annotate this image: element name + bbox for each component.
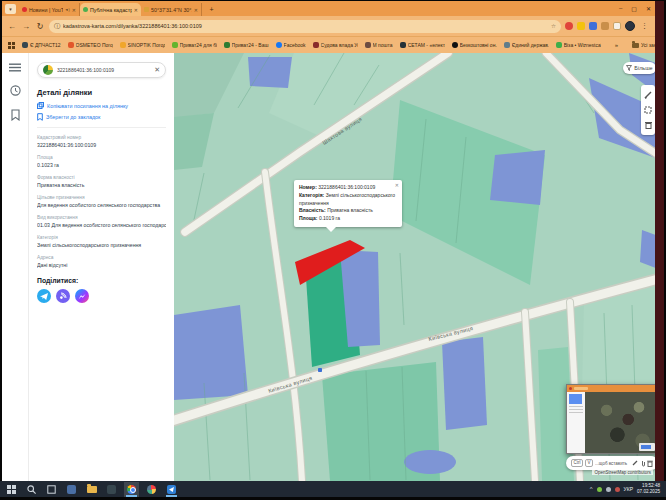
maximize-button[interactable]: ▢ (631, 5, 637, 12)
all-bookmarks-button[interactable]: Усі закладки (632, 42, 655, 48)
favicon-dot (569, 387, 572, 390)
messenger-icon (78, 293, 86, 300)
clock-date: 07.02.2025 (637, 489, 660, 495)
measure-pencil-icon[interactable] (644, 91, 652, 99)
field-address: Адреса Дані відсутні (37, 255, 166, 268)
screenshot-preview[interactable] (566, 384, 655, 454)
favicon (120, 42, 126, 48)
save-bookmark-button[interactable]: Зберегти до закладок (37, 113, 166, 121)
extension-icon[interactable] (589, 22, 597, 30)
back-button[interactable]: ← (7, 22, 17, 31)
bookmarks-overflow-icon[interactable]: » (615, 42, 618, 48)
trash-icon[interactable] (647, 460, 653, 467)
paperclip-icon[interactable] (640, 460, 645, 467)
task-view-button[interactable] (44, 482, 59, 497)
bookmark-item[interactable]: Безкоштовні он... (452, 42, 497, 48)
taskbar-clock[interactable]: 19:52:48 07.02.2025 (637, 483, 660, 494)
preview-side-panel (567, 392, 585, 453)
notification-tray-icon[interactable] (615, 487, 620, 492)
bookmark-item[interactable]: М пошта (365, 42, 393, 48)
forward-button[interactable]: → (21, 22, 31, 31)
bookmark-item[interactable]: Віза • Wiznestca?.. (556, 42, 601, 48)
copy-link-button[interactable]: Копіювати посилання на ділянку (37, 102, 166, 109)
bookmark-item[interactable]: Приват24 - Ваш м... (224, 42, 269, 48)
close-tab-icon[interactable]: ✕ (194, 7, 198, 13)
trash-icon[interactable] (645, 121, 652, 129)
task-view-icon (47, 485, 56, 494)
parcel-blue[interactable] (490, 150, 545, 205)
start-button[interactable] (4, 482, 19, 497)
close-tab-icon[interactable]: ✕ (72, 7, 76, 13)
language-indicator[interactable]: УКР (624, 486, 633, 492)
viber-share-button[interactable] (56, 289, 70, 303)
taskbar-messenger-app[interactable] (164, 482, 179, 497)
tray-expand-icon[interactable]: ^ (590, 486, 593, 492)
bookmark-item[interactable]: OSMETEO Погод... (68, 42, 113, 48)
parcel-blue[interactable] (442, 337, 487, 430)
popup-row: Категорія: Землі сільськогосподарського … (299, 192, 397, 208)
extension-icon[interactable] (613, 22, 621, 30)
favicon (224, 42, 230, 48)
tab-search-button[interactable]: ▾ (5, 4, 16, 14)
maps-icon (144, 7, 149, 12)
taskbar-app[interactable] (104, 482, 119, 497)
preview-window-body (567, 392, 655, 453)
extension-icon[interactable] (577, 22, 585, 30)
bookmark-rail-icon[interactable] (11, 109, 20, 121)
close-popup-icon[interactable]: ✕ (395, 182, 399, 190)
history-clock-icon[interactable] (10, 85, 21, 96)
bookmark-item[interactable]: Є ДПЧАСТ12 (22, 42, 61, 48)
audio-playing-icon[interactable]: ◄) (65, 7, 70, 12)
close-tab-icon[interactable]: ✕ (134, 7, 138, 13)
adblock-extension-icon[interactable] (565, 22, 573, 30)
bookmark-item[interactable]: SINOPTIK Погода в... (120, 42, 165, 48)
minimize-button[interactable]: – (619, 5, 622, 11)
bookmark-item[interactable]: Facebook (276, 42, 306, 48)
apps-grid-icon[interactable] (8, 42, 15, 49)
taskbar-chrome[interactable] (124, 482, 139, 497)
more-layers-button[interactable]: Більше (623, 62, 655, 74)
area-select-icon[interactable] (644, 106, 652, 114)
edit-pencil-icon[interactable] (632, 460, 638, 466)
messenger-share-button[interactable] (75, 289, 89, 303)
taskbar-mail-app[interactable] (64, 482, 79, 497)
address-bar[interactable]: ⓘ kadastrova-karta.com/dilyanka/32218864… (49, 20, 561, 33)
url-text[interactable]: kadastrova-karta.com/dilyanka/3221886401… (63, 23, 548, 29)
taskbar-search-button[interactable] (24, 482, 39, 497)
bookmark-item[interactable]: Судова влада Укра... (313, 42, 358, 48)
bookmark-star-icon[interactable]: ☆ (551, 23, 556, 29)
taskbar-photos-app[interactable] (144, 482, 159, 497)
field-area: Площа 0.1023 га (37, 155, 166, 168)
tab-google-maps[interactable]: 50°37'31.4"N 30°17'31.3"E - G ✕ (141, 3, 202, 16)
cadastral-map[interactable]: Шахтова вулиця Київська вулиця Київська … (174, 53, 655, 481)
parcel-blue[interactable] (174, 305, 248, 400)
search-input[interactable]: 3221886401:36:100:0109 ✕ (37, 62, 166, 78)
field-cadastral-number: Кадастровий номер 3221886401:36:100:0109 (37, 135, 166, 148)
parcel-blue[interactable] (248, 57, 292, 88)
map-attribution[interactable]: OpenStreetMap contributors (592, 470, 653, 475)
extension-icon[interactable] (601, 22, 609, 30)
bookmark-item[interactable]: Приват24 для бізн... (172, 42, 217, 48)
new-tab-button[interactable]: + (206, 4, 217, 15)
bookmark-item[interactable]: Єдиний держав... (504, 42, 549, 48)
antivirus-tray-icon[interactable] (597, 487, 602, 492)
hamburger-menu-icon[interactable] (9, 63, 21, 72)
tab-kadastr-map[interactable]: Публічна кадастрова карта У ✕ (80, 3, 141, 16)
parcel-blue[interactable] (404, 450, 456, 474)
site-info-icon[interactable]: ⓘ (54, 22, 60, 31)
network-tray-icon[interactable] (606, 487, 611, 492)
favicon (400, 42, 406, 48)
tab-shape (574, 387, 588, 390)
taskbar-file-explorer[interactable] (84, 482, 99, 497)
parcel-blue[interactable] (640, 230, 655, 268)
browser-window: ▾ Новини | YouTube Music ◄) ✕ Публічна к… (2, 1, 655, 481)
browser-menu-icon[interactable]: ⋮ (639, 22, 650, 30)
reload-button[interactable]: ↻ (35, 22, 45, 31)
clear-search-icon[interactable]: ✕ (154, 66, 160, 74)
close-window-button[interactable]: ✕ (646, 5, 651, 12)
bookmark-item[interactable]: СЕТАМ - «елект... (400, 42, 445, 48)
profile-avatar[interactable] (625, 21, 635, 31)
telegram-share-button[interactable] (37, 289, 51, 303)
favicon (365, 42, 371, 48)
tab-youtube-music[interactable]: Новини | YouTube Music ◄) ✕ (19, 3, 80, 16)
